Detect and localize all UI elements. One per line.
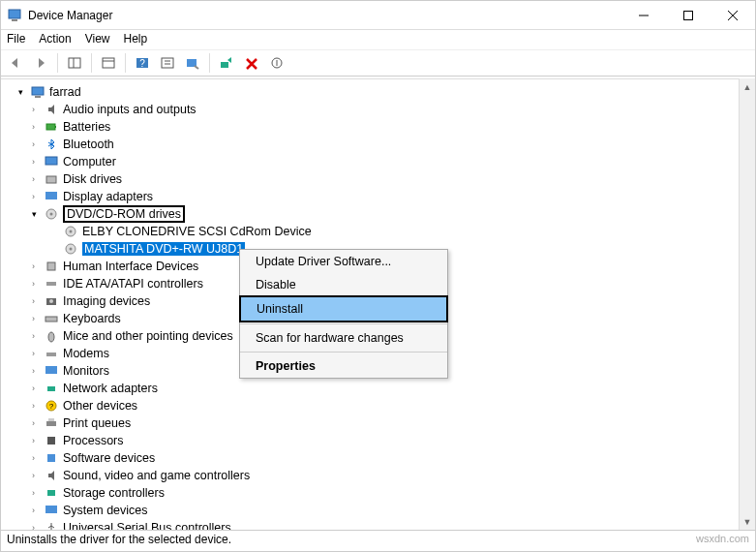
tree-label: Batteries [63,120,110,134]
svg-rect-21 [55,126,56,128]
scroll-down-icon[interactable]: ▼ [740,513,755,530]
tree-label-selected: MATSHITA DVD+-RW UJ8D1 [82,242,245,256]
svg-point-36 [48,332,54,342]
other-icon: ? [44,398,59,414]
minimize-button[interactable] [621,1,666,30]
tree-item-batteries[interactable]: ›Batteries [1,118,755,136]
properties-button[interactable] [98,52,119,74]
dvd-icon [63,224,78,239]
svg-rect-6 [69,58,80,68]
vertical-scrollbar[interactable]: ▲ ▼ [739,78,755,530]
show-hide-console-button[interactable] [64,52,85,74]
uninstall-button[interactable] [241,52,262,74]
usb-icon [44,520,59,530]
ctx-properties[interactable]: Properties [240,354,447,378]
disable-button[interactable] [266,52,287,74]
tree-item-dvd[interactable]: ▾DVD/CD-ROM drives [1,205,755,223]
forward-button[interactable] [30,52,51,74]
tree-label: Network adapters [63,382,158,395]
processor-icon [44,433,59,448]
tree-item-software[interactable]: ›Software devices [1,449,755,467]
tree-item-system[interactable]: ›System devices [1,502,755,519]
dvd-icon [44,206,59,222]
tree-item-processors[interactable]: ›Processors [1,432,755,449]
tree-item-other[interactable]: ›?Other devices [1,397,755,414]
tree-label: Computer [63,155,116,169]
computer-icon [30,84,45,100]
svg-point-30 [70,248,73,251]
mouse-icon [44,328,59,344]
tree-label: DVD/CD-ROM drives [63,205,185,223]
tree-item-dvd-child1[interactable]: ELBY CLONEDRIVE SCSI CdRom Device [1,223,755,240]
svg-point-26 [50,213,53,216]
tree-item-sound[interactable]: ›Sound, video and game controllers [1,467,755,484]
tree-label: ELBY CLONEDRIVE SCSI CdRom Device [82,225,312,238]
status-text: Uninstalls the driver for the selected d… [7,533,231,549]
tree-item-display[interactable]: ›Display adapters [1,188,755,205]
svg-rect-35 [45,317,57,322]
bluetooth-icon [44,137,59,152]
svg-rect-12 [162,58,173,68]
app-icon [7,8,22,23]
svg-text:?: ? [49,402,54,411]
tree-item-bluetooth[interactable]: ›Bluetooth [1,136,755,153]
tree-label: Software devices [63,451,155,465]
ide-icon [44,276,59,291]
svg-point-28 [70,230,73,233]
ctx-separator [240,352,447,353]
menu-file[interactable]: File [7,32,25,47]
tree-root[interactable]: ▾farrad [1,83,755,101]
tree-item-storage[interactable]: ›Storage controllers [1,484,755,502]
tree-label: Monitors [63,364,109,378]
svg-rect-39 [47,386,55,391]
tree-label: IDE ATA/ATAPI controllers [63,277,203,291]
svg-rect-0 [9,10,20,18]
svg-rect-45 [47,454,55,462]
storage-icon [44,485,59,501]
tree-item-disk[interactable]: ›Disk drives [1,170,755,188]
svg-rect-19 [35,96,41,98]
tree-item-computer[interactable]: ›Computer [1,153,755,170]
display-icon [44,189,59,204]
action-button[interactable] [157,52,178,74]
tree-label: System devices [63,504,148,517]
ctx-disable[interactable]: Disable [240,273,447,296]
svg-rect-18 [32,87,44,95]
tree-item-print[interactable]: ›Print queues [1,414,755,432]
svg-rect-37 [46,353,56,356]
tree-label: Sound, video and game controllers [63,469,250,482]
svg-rect-38 [45,366,57,374]
maximize-button[interactable] [666,1,711,30]
svg-rect-44 [47,437,55,445]
disk-icon [44,171,59,187]
menu-action[interactable]: Action [39,32,71,47]
ctx-scan[interactable]: Scan for hardware changes [240,326,447,350]
scan-hardware-button[interactable] [182,52,203,74]
update-driver-button[interactable] [216,52,237,74]
menu-view[interactable]: View [85,32,110,47]
svg-rect-8 [103,58,114,68]
battery-icon [44,119,59,135]
scroll-up-icon[interactable]: ▲ [740,78,755,95]
tree-item-audio[interactable]: ›Audio inputs and outputs [1,101,755,118]
tree-label: Audio inputs and outputs [63,103,197,116]
tree-item-usb[interactable]: ›Universal Serial Bus controllers [1,519,755,530]
menubar: File Action View Help [1,30,755,49]
menu-help[interactable]: Help [124,32,148,47]
context-menu: Update Driver Software... Disable Uninst… [239,249,448,379]
ctx-update-driver[interactable]: Update Driver Software... [240,250,447,273]
tree-label: Processors [63,434,124,447]
tree-label: Display adapters [63,190,153,203]
svg-rect-16 [221,62,228,68]
modem-icon [44,346,59,361]
ctx-uninstall[interactable]: Uninstall [239,295,448,322]
close-button[interactable] [711,1,755,30]
tree-item-network[interactable]: ›Network adapters [1,380,755,397]
back-button[interactable] [5,52,26,74]
svg-rect-32 [46,282,56,286]
tree-label: Storage controllers [63,486,165,500]
help-button[interactable]: ? [132,52,153,74]
statusbar: Uninstalls the driver for the selected d… [1,530,755,551]
tree-label: Human Interface Devices [63,260,198,273]
window-title: Device Manager [28,9,621,22]
